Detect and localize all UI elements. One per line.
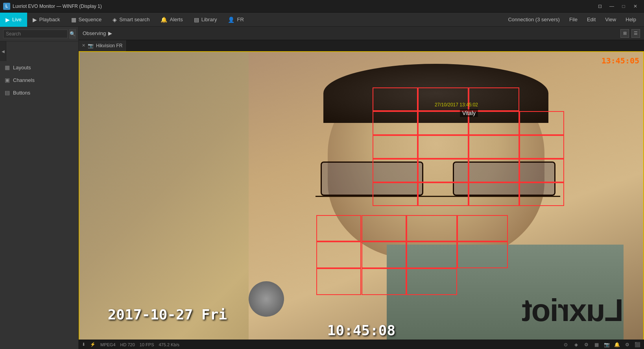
video-area: ✕ 📷 Hikvision FR [79,40,644,349]
content-area: Observing ▶ ⊞ ☰ ✕ 📷 Hikvision FR [79,27,644,349]
minimize-button[interactable]: — [606,2,617,11]
search-button[interactable]: 🔍 [69,29,76,39]
observing-left: Observing ▶ [83,30,112,36]
detection-rect-13 [418,159,469,182]
status-icon-7[interactable]: ⚙ [624,341,631,348]
file-menu[interactable]: File [565,15,581,24]
camera-tab-name: Hikvision FR [96,43,122,48]
detection-name: Vitaly [460,109,478,117]
detection-rect-25 [362,241,407,268]
camera-tab: ✕ 📷 Hikvision FR [79,40,126,51]
search-bar: 🔍 [0,27,78,41]
playback-icon: ▶ [33,17,37,23]
detection-rect-19 [519,182,565,206]
detection-rect-26 [406,241,457,268]
tab-live[interactable]: ▶ Live [0,13,27,27]
observing-label: Observing [83,30,106,36]
detection-rect-8 [373,135,418,159]
sidebar-item-channels[interactable]: ▣ Channels [0,74,78,86]
detection-rect-27 [457,241,508,268]
detection-datetime: 27/10/2017 13:45:02 [435,102,478,108]
video-timestamp: 13:45:05 [602,56,639,65]
list-view-button[interactable]: ☰ [631,29,640,38]
person-circle [249,281,284,317]
status-icon-5[interactable]: 📷 [603,341,610,348]
detection-rect-11 [519,135,565,159]
window-controls: ⊡ — □ ✕ [594,2,641,11]
tab-fr-label: FR [237,17,244,22]
grid-view-button[interactable]: ⊞ [620,29,629,38]
view-menu[interactable]: View [601,15,620,24]
detection-rect-10 [469,135,519,159]
connection-item[interactable]: Connection (3 servers) [504,15,564,24]
channels-icon: ▣ [5,77,10,83]
status-icon-1[interactable]: ⊙ [562,341,569,348]
tab-smart-search[interactable]: ◈ Smart search [107,13,155,27]
status-lightning-icon: ⚡ [90,342,96,347]
camera-icon: 📷 [88,43,94,48]
sidebar-item-layouts[interactable]: ▦ Layouts [0,61,78,74]
observing-right: ⊞ ☰ [620,29,640,38]
detection-rect-7 [519,111,565,135]
sidebar-item-buttons-label: Buttons [13,90,30,96]
search-input[interactable] [3,30,68,38]
tab-live-label: Live [12,17,22,22]
detection-rect-24 [316,241,362,268]
detection-rect-22 [406,215,457,242]
close-tab-button[interactable]: ✕ [82,43,85,48]
title-left: L Luxriot EVO Monitor — WINFR (Display 1… [3,3,102,10]
main-layout: 🔍 ◀ ▦ Layouts ▣ Channels ▤ Buttons Obser… [0,27,644,349]
close-button[interactable]: ✕ [630,2,641,11]
detection-rect-2 [418,87,469,111]
detection-rect-4 [373,111,418,135]
status-icon-4[interactable]: ▦ [593,341,600,348]
tab-alerts[interactable]: 🔔 Alerts [155,13,188,27]
maximize-button[interactable]: □ [618,2,629,11]
app-icon: L [3,3,10,10]
detection-rect-15 [519,159,565,182]
tab-sequence-label: Sequence [79,17,102,22]
detection-rect-16 [373,182,418,206]
tab-library[interactable]: ▤ Library [188,13,223,27]
sidebar-item-buttons[interactable]: ▤ Buttons [0,86,78,99]
window-title: Luxriot EVO Monitor — WINFR (Display 1) [13,4,102,9]
tab-library-label: Library [201,17,217,22]
title-bar: L Luxriot EVO Monitor — WINFR (Display 1… [0,0,644,13]
sidebar-item-layouts-label: Layouts [13,65,31,71]
restore-button[interactable]: ⊡ [594,2,605,11]
video-bottom-date: 2017-10-27 Fri [108,306,227,323]
status-resolution: HD 720 [120,342,135,347]
detection-rect-9 [418,135,469,159]
tab-playback[interactable]: ▶ Playback [27,13,66,27]
tab-sequence[interactable]: ▦ Sequence [66,13,107,27]
edit-menu[interactable]: Edit [583,15,600,24]
status-right-icons: ⊙ ◈ ⚙ ▦ 📷 🔔 ⚙ ⬛ [562,341,641,348]
shirt-text: Luxriot [522,292,624,329]
menu-right: Connection (3 servers) File Edit View He… [504,15,644,24]
observing-arrow: ▶ [108,30,112,36]
status-fps: 10 FPS [140,342,154,347]
sidebar-item-channels-label: Channels [13,77,35,83]
detection-rect-17 [418,182,469,206]
alerts-icon: 🔔 [161,17,167,23]
status-icon-8[interactable]: ⬛ [634,341,641,348]
live-icon: ▶ [6,17,10,23]
sidebar-collapse-arrow[interactable]: ◀ [0,41,6,61]
sidebar: 🔍 ◀ ▦ Layouts ▣ Channels ▤ Buttons [0,27,79,349]
status-download-icon: ⬇ [82,342,85,347]
video-bottom-time: 10:45:08 [327,322,395,338]
status-icon-3[interactable]: ⚙ [583,341,590,348]
tab-alerts-label: Alerts [170,17,183,22]
video-background: Luxriot [79,52,643,348]
detection-rect-12 [373,159,418,182]
detection-rect-29 [362,268,407,295]
detection-rect-23 [457,215,508,242]
status-icon-6[interactable]: 🔔 [613,341,620,348]
detection-rect-30 [406,268,457,295]
detection-rect-20 [316,215,362,242]
observing-bar: Observing ▶ ⊞ ☰ [79,27,644,40]
status-icon-2[interactable]: ◈ [572,341,579,348]
tab-fr[interactable]: 👤 FR [222,13,249,27]
help-menu[interactable]: Help [622,15,640,24]
fr-icon: 👤 [228,17,234,23]
